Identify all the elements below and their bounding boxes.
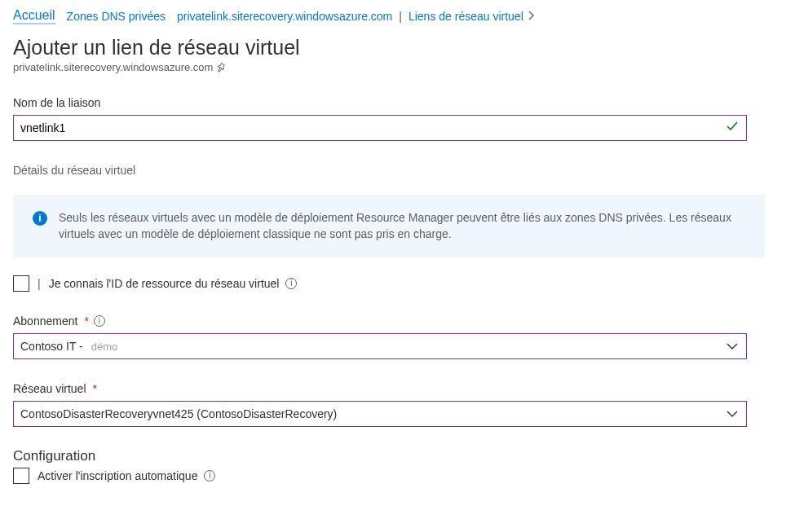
link-name-input[interactable] <box>13 115 747 141</box>
auto-registration-checkbox[interactable] <box>13 468 29 484</box>
tooltip-icon[interactable]: i <box>94 315 105 327</box>
tooltip-icon[interactable]: i <box>285 278 297 289</box>
page-title: Ajouter un lien de réseau virtuel <box>13 36 782 59</box>
required-asterisk: * <box>84 314 88 328</box>
breadcrumb-home[interactable]: Accueil <box>13 8 55 24</box>
link-name-label: Nom de la liaison <box>13 96 782 109</box>
tooltip-icon[interactable]: i <box>204 470 215 481</box>
configuration-heading: Configuration <box>13 448 782 464</box>
subscription-value: Contoso IT - <box>20 340 83 353</box>
subscription-dropdown[interactable]: Contoso IT - démo <box>13 333 747 359</box>
vnet-value: ContosoDisasterRecoveryvnet425 (ContosoD… <box>20 407 337 420</box>
breadcrumb-zone-link[interactable]: privatelink.siterecovery.windowsazure.co… <box>177 10 392 23</box>
info-banner: i Seuls les réseaux virtuels avec un mod… <box>13 195 765 257</box>
chevron-down-icon <box>727 342 738 350</box>
required-asterisk: * <box>93 382 97 395</box>
info-icon: i <box>33 211 47 226</box>
page-subtitle: privatelink.siterecovery.windowsazure.co… <box>13 61 213 73</box>
breadcrumb-zones[interactable]: Zones DNS privées <box>67 10 166 23</box>
know-resource-id-checkbox[interactable] <box>13 275 29 292</box>
auto-registration-label: Activer l'inscription automatique <box>38 469 197 482</box>
breadcrumb-separator: | <box>399 10 402 23</box>
breadcrumb-current: privatelink.siterecovery.windowsazure.co… <box>177 10 535 23</box>
know-resource-id-label: Je connais l'ID de ressource du réseau v… <box>49 277 280 290</box>
breadcrumb: Accueil Zones DNS privées privatelink.si… <box>13 7 782 33</box>
breadcrumb-vnet-links[interactable]: Liens de réseau virtuel <box>409 10 523 23</box>
vnet-dropdown[interactable]: ContosoDisasterRecoveryvnet425 (ContosoD… <box>13 401 747 427</box>
checkbox-divider: | <box>38 277 41 290</box>
pin-icon[interactable] <box>216 63 226 73</box>
subscription-value-suffix: démo <box>91 341 118 353</box>
vnet-details-label: Détails du réseau virtuel <box>13 164 782 177</box>
chevron-down-icon <box>727 410 738 418</box>
chevron-right-icon <box>528 10 535 23</box>
subscription-label: Abonnement <box>13 314 77 328</box>
vnet-label: Réseau virtuel <box>13 382 86 395</box>
info-banner-text: Seuls les réseaux virtuels avec un modèl… <box>59 209 749 243</box>
